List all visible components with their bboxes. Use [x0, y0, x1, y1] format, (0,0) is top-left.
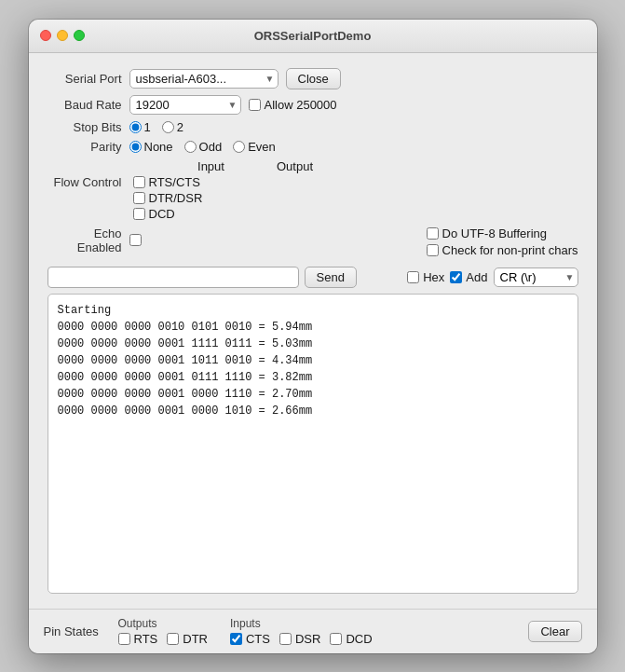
dsr-pin-checkbox[interactable] [279, 633, 292, 645]
dtr-dsr-row: DTR/DSR [48, 191, 578, 205]
baud-rate-row: Baud Rate 19200 ▼ Allow 250000 [48, 95, 578, 115]
allow-250000-text: Allow 250000 [265, 98, 337, 112]
rts-cts-option[interactable]: RTS/CTS [133, 175, 200, 189]
clear-button-wrapper: Clear [528, 621, 581, 642]
parity-none-option[interactable]: None [129, 140, 173, 154]
rts-pin-option[interactable]: RTS [118, 632, 158, 646]
parity-row: Parity None Odd Even [48, 140, 578, 154]
send-button[interactable]: Send [305, 267, 357, 288]
send-input[interactable] [48, 267, 299, 288]
cts-pin-text: CTS [246, 632, 270, 646]
rts-cts-row: Flow Control RTS/CTS [48, 175, 578, 189]
rts-pin-checkbox[interactable] [118, 633, 130, 645]
parity-none-text: None [144, 140, 173, 154]
rts-cts-checkbox[interactable] [133, 176, 145, 188]
hex-text: Hex [423, 270, 444, 284]
stop-bits-2-radio[interactable] [162, 121, 174, 133]
flow-control-section: Input Output Flow Control RTS/CTS DTR/DS… [48, 159, 578, 221]
minimize-button[interactable] [57, 30, 68, 41]
add-checkbox[interactable] [450, 271, 462, 283]
app-window: ORSSerialPortDemo Serial Port usbserial-… [29, 20, 597, 653]
window-title: ORSSerialPortDemo [254, 29, 372, 43]
dtr-pin-checkbox[interactable] [167, 633, 179, 645]
check-nonprint-text: Check for non-print chars [442, 243, 578, 257]
do-utf8-text: Do UTF-8 Buffering [442, 226, 547, 240]
parity-none-radio[interactable] [129, 141, 142, 153]
stop-bits-1-text: 1 [144, 120, 151, 134]
rts-cts-text: RTS/CTS [149, 175, 200, 189]
inputs-checks: CTS DSR DCD [230, 632, 373, 646]
outputs-header: Outputs [118, 617, 157, 630]
dtr-dsr-text: DTR/DSR [149, 191, 203, 205]
outputs-checks: RTS DTR [118, 632, 208, 646]
echo-enabled-option[interactable] [129, 234, 142, 246]
dsr-pin-text: DSR [295, 632, 320, 646]
close-serial-button[interactable]: Close [286, 68, 341, 89]
parity-odd-option[interactable]: Odd [184, 140, 223, 154]
stop-bits-1-radio[interactable] [129, 121, 142, 133]
do-utf8-option[interactable]: Do UTF-8 Buffering [427, 226, 547, 240]
dcd-pin-text: DCD [346, 632, 372, 646]
dsr-pin-option[interactable]: DSR [279, 632, 320, 646]
hex-option[interactable]: Hex [407, 270, 444, 284]
check-nonprint-option[interactable]: Check for non-print chars [427, 243, 578, 257]
dtr-dsr-option[interactable]: DTR/DSR [133, 191, 203, 205]
dtr-pin-option[interactable]: DTR [167, 632, 208, 646]
pin-states-label: Pin States [44, 624, 118, 638]
do-utf8-checkbox[interactable] [427, 227, 439, 240]
add-text: Add [466, 270, 487, 284]
parity-even-radio[interactable] [233, 141, 245, 153]
parity-odd-radio[interactable] [184, 141, 197, 153]
close-button[interactable] [40, 30, 51, 41]
terminal-output[interactable]: Starting 0000 0000 0000 0010 0101 0010 =… [48, 294, 578, 594]
serial-port-select-wrapper: usbserial-A603... ▼ [129, 69, 279, 89]
flow-column-headers: Input Output [193, 159, 314, 173]
cts-pin-option[interactable]: CTS [230, 632, 270, 646]
dcd-pin-checkbox[interactable] [330, 633, 342, 645]
stop-bits-2-option[interactable]: 2 [162, 120, 183, 134]
main-content: Serial Port usbserial-A603... ▼ Close Ba… [29, 53, 597, 609]
echo-row: Echo Enabled [48, 226, 419, 254]
parity-odd-text: Odd [199, 140, 223, 154]
send-row: Send Hex Add CR (\r) LF (\n) CRLF (\r\n)… [48, 267, 578, 288]
check-nonprint-checkbox[interactable] [427, 244, 439, 256]
serial-port-row: Serial Port usbserial-A603... ▼ Close [48, 68, 578, 89]
echo-enabled-checkbox[interactable] [129, 234, 142, 246]
add-option[interactable]: Add [450, 270, 487, 284]
allow-250000-label[interactable]: Allow 250000 [249, 98, 337, 112]
traffic-lights [40, 30, 85, 41]
dcd-row: DCD [48, 207, 578, 221]
titlebar: ORSSerialPortDemo [29, 20, 597, 53]
parity-label: Parity [48, 140, 122, 154]
clear-button[interactable]: Clear [528, 621, 581, 642]
cts-pin-checkbox[interactable] [230, 633, 242, 645]
baud-rate-select[interactable]: 19200 [129, 95, 241, 115]
dcd-text: DCD [149, 207, 175, 221]
serial-port-select[interactable]: usbserial-A603... [129, 69, 279, 89]
cr-select[interactable]: CR (\r) LF (\n) CRLF (\r\n) None [494, 267, 578, 287]
flow-control-label: Flow Control [48, 175, 122, 189]
serial-port-label: Serial Port [48, 72, 122, 86]
echo-section: Echo Enabled Do UTF-8 Buffering Check fo… [48, 226, 578, 257]
dtr-pin-text: DTR [183, 632, 208, 646]
inputs-section: Inputs CTS DSR DCD [230, 617, 373, 646]
baud-rate-label: Baud Rate [48, 98, 122, 112]
cr-select-wrapper: CR (\r) LF (\n) CRLF (\r\n) None ▼ [494, 267, 578, 287]
dcd-option[interactable]: DCD [133, 207, 175, 221]
allow-250000-checkbox[interactable] [249, 99, 261, 111]
stop-bits-1-option[interactable]: 1 [129, 120, 151, 134]
dcd-checkbox[interactable] [133, 208, 145, 220]
hex-checkbox[interactable] [407, 271, 419, 283]
bottom-bar: Pin States Outputs RTS DTR Inputs CTS [29, 609, 597, 653]
flow-output-header: Output [277, 159, 314, 173]
stop-bits-label: Stop Bits [48, 120, 122, 134]
parity-even-option[interactable]: Even [233, 140, 276, 154]
stop-bits-radio-group: 1 2 [129, 120, 183, 134]
parity-radio-group: None Odd Even [129, 140, 276, 154]
right-checks: Do UTF-8 Buffering Check for non-print c… [427, 226, 578, 257]
dtr-dsr-checkbox[interactable] [133, 192, 145, 204]
dcd-pin-option[interactable]: DCD [330, 632, 372, 646]
outputs-section: Outputs RTS DTR [118, 617, 208, 646]
maximize-button[interactable] [74, 30, 85, 41]
send-options: Hex Add CR (\r) LF (\n) CRLF (\r\n) None… [407, 267, 577, 287]
